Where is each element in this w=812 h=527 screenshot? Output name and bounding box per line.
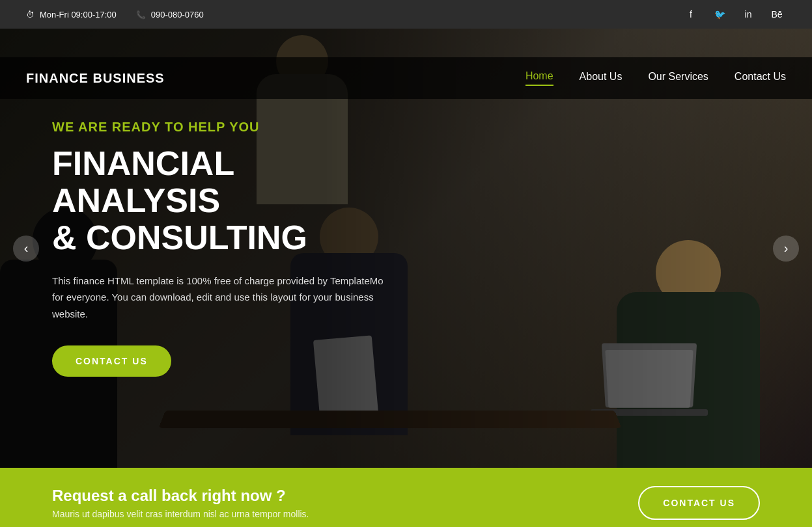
nav-services[interactable]: Our Services (648, 71, 708, 85)
cta-contact-button[interactable]: CONTACT US (638, 486, 760, 520)
hero-title: FINANCIAL ANALYSIS & CONSULTING (52, 145, 391, 257)
nav-home[interactable]: Home (525, 70, 553, 86)
navbar: FINANCE BUSINESS Home About Us Our Servi… (0, 57, 812, 99)
hero-description: This finance HTML template is 100% free … (52, 273, 391, 323)
cta-bar: Request a call back right now ? Mauris u… (0, 468, 812, 527)
brand-logo[interactable]: FINANCE BUSINESS (26, 71, 165, 86)
clock-icon (26, 10, 35, 20)
social-links: f 🐦 in Bē (682, 5, 786, 23)
phone-item: 090-080-0760 (136, 10, 204, 20)
phone-text: 090-080-0760 (151, 10, 204, 20)
linkedin-icon[interactable]: in (739, 5, 757, 23)
twitter-icon[interactable]: 🐦 (710, 5, 729, 23)
hours-text: Mon-Fri 09:00-17:00 (40, 10, 117, 20)
hours-item: Mon-Fri 09:00-17:00 (26, 10, 117, 20)
carousel-arrow-right[interactable]: › (773, 236, 799, 262)
hero-contact-button[interactable]: CONTACT US (52, 345, 171, 377)
nav-links: Home About Us Our Services Contact Us (525, 70, 786, 86)
phone-icon (136, 10, 146, 20)
nav-about[interactable]: About Us (580, 71, 623, 85)
hero-title-line1: FINANCIAL ANALYSIS (52, 144, 234, 219)
top-bar: Mon-Fri 09:00-17:00 090-080-0760 f 🐦 in … (0, 0, 812, 29)
hero-section: FINANCE BUSINESS Home About Us Our Servi… (0, 29, 812, 468)
cta-description: Mauris ut dapibus velit cras interdum ni… (52, 509, 309, 519)
nav-contact[interactable]: Contact Us (735, 71, 786, 85)
hero-title-line2: & CONSULTING (52, 219, 307, 256)
top-bar-left: Mon-Fri 09:00-17:00 090-080-0760 (26, 10, 204, 20)
carousel-arrow-left[interactable]: ‹ (13, 236, 39, 262)
hero-content: WE ARE READY TO HELP YOU FINANCIAL ANALY… (0, 120, 443, 377)
hero-subtitle: WE ARE READY TO HELP YOU (52, 120, 391, 135)
cta-title: Request a call back right now ? (52, 487, 309, 505)
behance-icon[interactable]: Bē (768, 5, 786, 23)
facebook-icon[interactable]: f (682, 5, 700, 23)
cta-text-block: Request a call back right now ? Mauris u… (52, 487, 309, 519)
